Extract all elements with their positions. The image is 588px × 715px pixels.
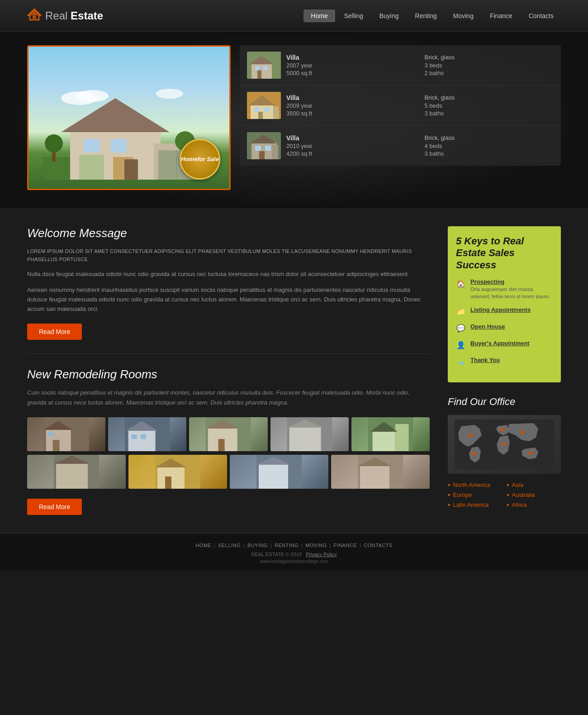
keys-item-prospecting: 🏠 Prospecting Orla augueimper diet massa… [456,278,553,300]
photo-thumb[interactable] [108,417,186,451]
prospecting-desc: Orla augueimper diet massa uslenset, fel… [470,286,553,300]
svg-rect-46 [128,430,156,451]
privacy-link[interactable]: Privacy Policy [306,552,337,557]
photo-thumb[interactable] [27,417,105,451]
footer-copyright: REAL ESTATE © 2010 Privacy Policy [27,552,561,557]
world-map [448,415,561,474]
office-north-america: North America [448,481,502,489]
property-item[interactable]: Villa Brick, glass 2007 year 3 beds 5000… [240,45,561,86]
property-thumb [247,52,281,79]
welcome-read-more[interactable]: Read More [27,324,82,340]
svg-rect-59 [395,424,408,451]
svg-point-77 [521,430,524,434]
svg-point-79 [472,452,476,455]
footer-selling[interactable]: SELLING [218,543,241,548]
keys-item-content: Listing Appointments [470,306,531,313]
folder-icon: 📁 [456,307,466,317]
svg-rect-38 [259,151,265,159]
section-divider [27,353,430,354]
property-item[interactable]: Villa Brick, glass 2010 year 4 beds 4200… [240,126,561,166]
photo-thumb[interactable] [27,455,126,489]
photo-thumb[interactable] [230,455,328,489]
keys-item-content: Buyer's Appointment [470,340,529,347]
logo: Real Estate [27,8,103,23]
buyer-link[interactable]: Buyer's Appointment [470,340,529,347]
photo-thumb[interactable] [189,417,267,451]
property-item[interactable]: Villa Brick, glass 2009 year 5 beds 3500… [240,86,561,126]
svg-rect-21 [251,63,272,79]
svg-rect-53 [218,439,225,451]
property-list: Villa Brick, glass 2007 year 3 beds 5000… [240,45,561,166]
svg-marker-1 [28,9,41,15]
australia-link[interactable]: Australia [507,491,561,499]
cloud-icon: ☁ [456,357,466,367]
office-australia: Australia [507,491,561,499]
svg-rect-49 [141,434,146,439]
office-asia: Asia [507,481,561,489]
property-thumb [247,92,281,119]
photo-thumb[interactable] [128,455,227,489]
svg-rect-72 [360,465,389,489]
photo-thumb[interactable] [331,455,430,489]
north-america-link[interactable]: North America [448,481,502,489]
svg-rect-30 [264,107,270,112]
property-details: Villa Brick, glass 2007 year 3 beds 5000… [286,54,554,76]
welcome-body2: Aenean nonummy hendrerit maurihasellus p… [27,286,430,314]
svg-rect-69 [259,464,288,489]
welcome-intro: LOREM IPSUM DOLOR SIT AMET CONSECTETUER … [27,248,430,263]
nav-home[interactable]: Home [303,10,335,22]
thankyou-link[interactable]: Thank You [470,357,500,363]
prospecting-link[interactable]: Prospecting [470,278,553,285]
footer-buying[interactable]: BUYING [247,543,268,548]
office-locations: North America Asia Europe Australia Lati… [448,481,561,509]
remodeling-read-more[interactable]: Read More [27,499,82,515]
svg-point-75 [469,434,472,437]
svg-rect-62 [56,463,88,489]
nav-finance[interactable]: Finance [483,10,520,22]
footer-moving[interactable]: MOVING [305,543,327,548]
footer-contacts[interactable]: CONTACTS [364,543,393,548]
property-thumb [247,132,281,159]
europe-link[interactable]: Europe [448,491,502,499]
photo-grid-row1 [27,417,430,451]
svg-rect-55 [289,426,321,451]
svg-rect-32 [273,106,279,119]
svg-rect-13 [79,155,104,180]
nav-buying[interactable]: Buying [372,10,406,22]
find-office-heading: Find Our Office [448,396,561,408]
svg-rect-48 [132,434,137,439]
nav-contacts[interactable]: Contacts [522,10,561,22]
latin-america-link[interactable]: Latin America [448,501,502,509]
svg-rect-23 [255,66,260,70]
openhouse-link[interactable]: Open House [470,323,505,330]
office-europe: Europe [448,491,502,499]
header: Real Estate Home Selling Buying Renting … [0,0,588,32]
svg-rect-25 [257,70,261,79]
property-details: Villa Brick, glass 2010 year 4 beds 4200… [286,134,554,157]
remodeling-body: Cum sociis natoque penatibus et magnis d… [27,388,430,408]
svg-point-17 [45,134,63,153]
main-content: Welcome Message LOREM IPSUM DOLOR SIT AM… [27,226,430,515]
keys-item-thankyou: ☁ Thank You [456,357,553,367]
listing-link[interactable]: Listing Appointments [470,306,531,313]
nav-selling[interactable]: Selling [337,10,370,22]
svg-rect-43 [53,440,60,451]
nav-renting[interactable]: Renting [408,10,444,22]
svg-rect-31 [258,112,263,119]
nav-moving[interactable]: Moving [446,10,481,22]
remodeling-heading: New Remodeling Rooms [27,367,430,381]
svg-point-4 [156,89,183,99]
africa-link[interactable]: Africa [507,501,561,509]
photo-thumb[interactable] [351,417,430,451]
photo-thumb[interactable] [270,417,349,451]
footer-home[interactable]: HOME [195,543,211,548]
logo-text: Real Estate [45,10,103,22]
footer-renting[interactable]: RENTING [275,543,299,548]
photo-grid-row2 [27,455,430,489]
footer-finance[interactable]: FINANCE [333,543,357,548]
keys-title: 5 Keys to Real Estate Sales Success [456,235,553,271]
asia-link[interactable]: Asia [507,481,561,489]
svg-rect-12 [111,139,127,153]
svg-point-76 [500,428,504,431]
keys-item-content: Open House [470,323,505,330]
